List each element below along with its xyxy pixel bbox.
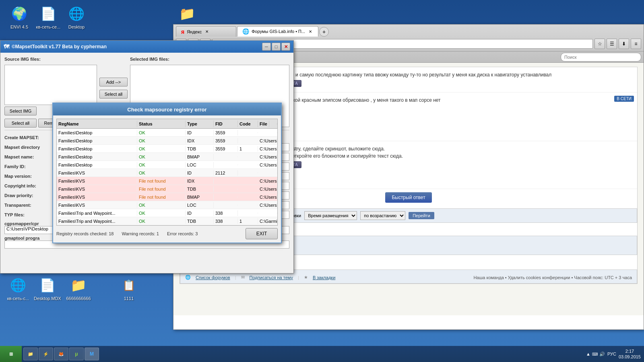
footer-link-bookmarks[interactable]: В закладки	[313, 275, 335, 280]
desktop-icon-envi[interactable]: 🌍 ENVI 4.5	[3, 4, 35, 29]
download-btn[interactable]: ⬇	[619, 39, 629, 49]
td-fid	[214, 189, 238, 189]
tab-gislab[interactable]: 🌐 Форумы GIS-Lab.info • П... ✕	[237, 26, 318, 37]
desktop-icon-666[interactable]: 📁 6666666666	[62, 276, 95, 301]
td-file: C:\Users\V	[258, 186, 277, 192]
mdx-icon: 📄	[38, 276, 57, 295]
td-status: OK	[137, 170, 186, 176]
minimize-button[interactable]: ─	[262, 43, 271, 51]
desktop-icon-folder-dl[interactable]: 📁	[171, 4, 203, 23]
file-1111-icon: 📋	[119, 276, 138, 295]
tab-yandex[interactable]: я Яндекс ✕	[176, 26, 236, 37]
footer-link-forums[interactable]: Список форумов	[196, 275, 230, 280]
td-code	[238, 197, 258, 197]
reader-mode[interactable]: ☰	[607, 39, 617, 49]
start-button[interactable]: ⊞	[0, 346, 22, 362]
td-type: ID	[186, 130, 214, 136]
td-type: LOC	[186, 202, 214, 208]
td-code	[238, 140, 258, 141]
td-type: TDB	[186, 146, 214, 152]
reply-button[interactable]: Быстрый ответ	[385, 192, 431, 203]
table-body[interactable]: Families\Desktop OK ID 3559 Families\Des…	[57, 129, 277, 225]
td-code	[238, 181, 258, 181]
desktop-icon-desktop[interactable]: 🌐 Desktop	[60, 4, 93, 29]
sort-go-button[interactable]: Перейти	[409, 212, 434, 219]
td-type: BMAP	[186, 194, 214, 200]
desktop-icon-kb[interactable]: 📄 кв-сеть-се...	[32, 4, 64, 29]
td-code	[238, 205, 258, 206]
copyright-label: Copyright info:	[4, 183, 53, 188]
taskbar-mapset[interactable]: M	[85, 348, 99, 360]
mapset-title-text: ©MapsetToolkit v1.77 Beta by cypherman	[12, 44, 107, 49]
search-input[interactable]	[561, 53, 641, 62]
order-select[interactable]: по возрастанию	[360, 211, 405, 220]
td-fid: 2112	[214, 170, 238, 176]
td-status: File not found	[137, 194, 186, 200]
add-button[interactable]: Add -->	[99, 78, 128, 86]
transparent-label: Transparent:	[4, 203, 53, 208]
tray-icons: ▲ ⌨ 🔊	[586, 352, 605, 357]
td-fid: 338	[214, 218, 238, 224]
table-row: Families\KVS File not found BMAP C:\User…	[57, 193, 277, 201]
tab-gislab-close[interactable]: ✕	[308, 29, 313, 34]
td-code: 1	[238, 146, 258, 152]
taskbar-explorer[interactable]: 📁	[23, 348, 38, 360]
select-all-right-button[interactable]: Select all	[99, 90, 128, 99]
maximize-button[interactable]: □	[272, 43, 281, 51]
td-type: IDX	[186, 178, 214, 184]
td-code	[238, 165, 258, 165]
file-666-icon: 📁	[69, 276, 88, 295]
td-type: IDX	[186, 138, 214, 144]
time-display: 2:17	[619, 348, 641, 354]
td-status: OK	[137, 210, 186, 216]
tray-icon-3: 🔊	[599, 352, 605, 357]
exit-button[interactable]: EXIT	[246, 228, 278, 239]
browser-tabs: я Яндекс ✕ 🌐 Форумы GIS-Lab.info • П... …	[173, 25, 644, 37]
td-fid	[214, 165, 238, 165]
td-code	[238, 173, 258, 173]
td-regname: Families\KVS	[57, 178, 137, 184]
td-file: C:\Users\V	[258, 162, 277, 168]
post-content-2: последней картинкой красным элипсом обри…	[252, 97, 633, 137]
kb-icon: 📄	[39, 4, 58, 23]
select-img-button[interactable]: Select IMG	[4, 107, 37, 115]
taskbar-lightning[interactable]: ⚡	[39, 348, 53, 360]
folder-dl-icon: 📁	[178, 4, 197, 23]
mapset-dir-label: Mapset directory	[4, 145, 53, 150]
family-id-label: Family ID:	[4, 164, 53, 169]
post-actions-1: ПРАВКА ЦИТАТА	[252, 80, 633, 87]
footer-link-subscribe[interactable]: Подписаться на тему	[250, 275, 293, 280]
gislab-icon: 🌐	[242, 28, 249, 35]
mapset-name-label: Mapset name:	[4, 154, 53, 159]
keyboard-icon: ⌨	[592, 352, 598, 356]
new-tab-button[interactable]: +	[319, 27, 329, 37]
table-row: Families\KVS File not found TDB C:\Users…	[57, 185, 277, 193]
desktop-icon-mdx[interactable]: 📄 Desktop.MDX	[31, 276, 64, 301]
taskbar-utorrent[interactable]: μ	[69, 348, 84, 360]
td-fid: 338	[214, 210, 238, 216]
lightning-icon: ⚡	[42, 350, 50, 358]
td-status: OK	[137, 202, 186, 208]
td-fid: 3559	[214, 138, 238, 144]
footer-right-text: Наша команда • Удалить cookies конференц…	[473, 275, 632, 280]
windows-icon: ⊞	[9, 352, 13, 357]
tray-icon-1: ▲	[586, 352, 590, 356]
tab-yandex-label: Яндекс	[187, 29, 202, 34]
sort-select[interactable]: Время размещения	[304, 211, 357, 220]
select-all-left-button[interactable]: Select all	[4, 119, 37, 128]
desktop-label: Desktop	[68, 25, 85, 29]
tab-yandex-close[interactable]: ✕	[204, 29, 210, 35]
td-type: ID	[186, 210, 214, 216]
td-status: File not found	[137, 178, 186, 184]
source-file-list[interactable]	[4, 65, 97, 105]
mapset-icon: M	[88, 350, 95, 358]
td-code	[238, 156, 258, 157]
close-button[interactable]: ✕	[281, 43, 290, 51]
desktop-icon-kb3[interactable]: 🌐 кв-сеть-с...	[2, 276, 34, 301]
col-status: Status	[137, 121, 186, 127]
bookmark-star[interactable]: ☆	[594, 39, 605, 49]
table-row: Families\KVS OK ID 2112	[57, 169, 277, 177]
desktop-icon-1111[interactable]: 📋 1111	[113, 276, 145, 301]
menu-btn[interactable]: ≡	[631, 39, 641, 49]
taskbar-firefox[interactable]: 🦊	[54, 348, 68, 360]
